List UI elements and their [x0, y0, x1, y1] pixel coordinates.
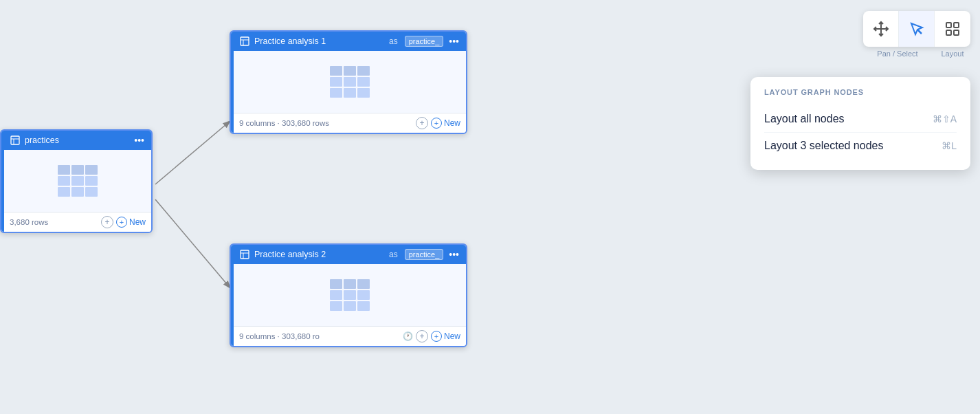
- practices-add-btn[interactable]: +: [101, 216, 113, 228]
- analysis2-node: Practice analysis 2 as practice_ ••• 9 c…: [230, 243, 467, 347]
- analysis1-meta: 9 columns · 303,680 rows: [239, 119, 413, 127]
- pan-btn[interactable]: [863, 11, 899, 47]
- analysis2-meta: 9 columns · 303,680 ro: [239, 332, 400, 340]
- analysis1-dots[interactable]: •••: [447, 36, 460, 47]
- layout-selected-nodes-item[interactable]: Layout 3 selected nodes ⌘L: [764, 133, 957, 159]
- toolbar: [863, 11, 970, 47]
- circle-plus-icon: +: [116, 217, 127, 228]
- practices-meta: 3,680 rows: [10, 218, 98, 226]
- analysis2-new-btn[interactable]: + New: [431, 331, 460, 342]
- analysis1-add-btn[interactable]: +: [416, 117, 428, 129]
- analysis1-body: [234, 51, 466, 113]
- practices-new-label: New: [129, 217, 146, 227]
- dropdown-title: LAYOUT GRAPH NODES: [764, 88, 957, 96]
- practices-header: practices •••: [4, 131, 151, 150]
- clock-icon: 🕐: [403, 331, 413, 341]
- analysis1-new-label: New: [444, 118, 460, 128]
- analysis1-header-icon: [239, 36, 250, 47]
- layout-selected-label: Layout 3 selected nodes: [764, 140, 883, 152]
- layout-all-label: Layout all nodes: [764, 113, 845, 125]
- analysis1-footer: 9 columns · 303,680 rows + + New: [234, 113, 466, 133]
- table-header-icon: [10, 135, 21, 146]
- analysis1-new-btn[interactable]: + New: [431, 118, 460, 129]
- analysis2-alias[interactable]: practice_: [405, 249, 444, 260]
- svg-rect-17: [954, 30, 959, 35]
- svg-rect-16: [946, 30, 951, 35]
- svg-rect-7: [241, 37, 249, 45]
- analysis1-title: Practice analysis 1: [254, 36, 382, 46]
- analysis1-header: Practice analysis 1 as practice_ •••: [234, 32, 466, 51]
- select-btn[interactable]: [899, 11, 935, 47]
- svg-line-13: [917, 30, 922, 34]
- circle-plus-icon-1: +: [431, 118, 442, 129]
- analysis2-header: Practice analysis 2 as practice_ •••: [234, 245, 466, 264]
- practices-table-icon: [58, 165, 98, 197]
- layout-all-shortcut: ⌘⇧A: [933, 113, 957, 124]
- svg-rect-14: [946, 23, 951, 28]
- analysis2-dots[interactable]: •••: [447, 249, 460, 260]
- practices-node: practices ••• 3,680 rows + + New: [0, 129, 153, 233]
- canvas: practices ••• 3,680 rows + + New: [0, 0, 980, 414]
- layout-label: Layout: [935, 50, 970, 58]
- analysis2-new-label: New: [444, 331, 460, 341]
- analysis1-as: as: [389, 36, 398, 46]
- practices-new-btn[interactable]: + New: [116, 217, 146, 228]
- analysis2-header-icon: [239, 249, 250, 260]
- layout-dropdown: LAYOUT GRAPH NODES Layout all nodes ⌘⇧A …: [750, 77, 970, 170]
- analysis2-body: [234, 264, 466, 326]
- layout-selected-shortcut: ⌘L: [942, 140, 957, 151]
- svg-line-3: [155, 199, 231, 289]
- layout-all-nodes-item[interactable]: Layout all nodes ⌘⇧A: [764, 106, 957, 133]
- analysis2-table-icon: [330, 279, 370, 311]
- practices-body: [4, 150, 151, 212]
- practices-title: practices: [25, 135, 129, 145]
- analysis2-footer: 9 columns · 303,680 ro 🕐 + + New: [234, 326, 466, 346]
- toolbar-group: [863, 11, 970, 47]
- svg-line-2: [155, 120, 231, 184]
- analysis1-table-icon: [330, 66, 370, 98]
- layout-btn[interactable]: [935, 11, 970, 47]
- svg-rect-4: [11, 136, 19, 144]
- toolbar-labels: Pan / Select Layout: [862, 50, 970, 58]
- analysis2-as: as: [389, 250, 398, 259]
- circle-plus-icon-2: +: [431, 331, 442, 342]
- svg-rect-15: [954, 23, 959, 28]
- practices-dots[interactable]: •••: [133, 135, 146, 146]
- analysis2-title: Practice analysis 2: [254, 250, 382, 259]
- svg-rect-10: [241, 250, 249, 259]
- analysis2-add-btn[interactable]: +: [416, 330, 428, 342]
- analysis1-alias[interactable]: practice_: [405, 36, 444, 47]
- analysis1-node: Practice analysis 1 as practice_ ••• 9 c…: [230, 30, 467, 134]
- practices-footer: 3,680 rows + + New: [4, 212, 151, 232]
- pan-select-label: Pan / Select: [862, 50, 933, 58]
